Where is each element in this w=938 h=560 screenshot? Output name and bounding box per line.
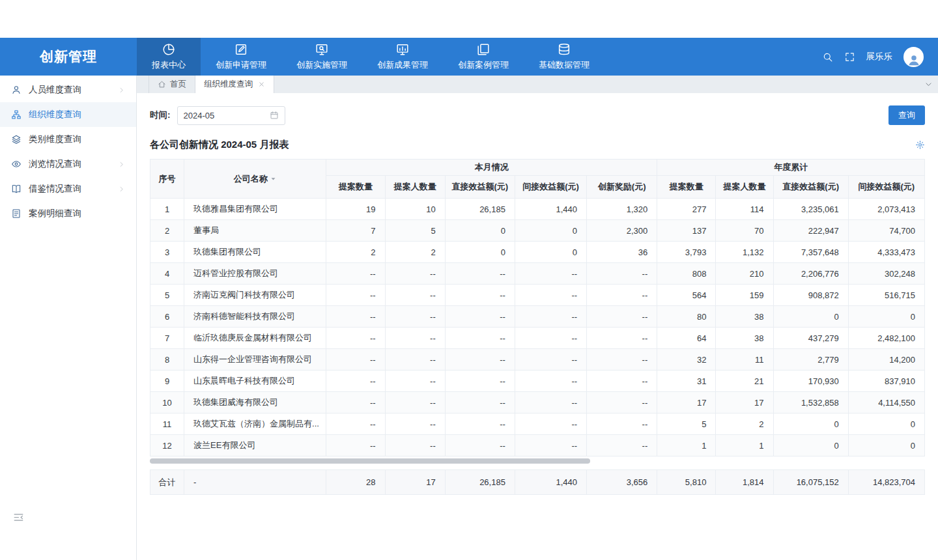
fullscreen-icon[interactable] xyxy=(844,51,855,63)
value-cell: -- xyxy=(385,285,445,306)
chevron-right-icon xyxy=(118,161,125,168)
user-name[interactable]: 展乐乐 xyxy=(866,51,893,63)
main-nav: 报表中心创新申请管理创新实施管理创新成果管理创新案例管理基础数据管理 xyxy=(137,38,604,76)
value-cell: -- xyxy=(385,328,445,349)
table-row: 3玖德集团有限公司2200363,7931,1327,357,6484,333,… xyxy=(150,242,925,263)
app-header: 创新管理 报表中心创新申请管理创新实施管理创新成果管理创新案例管理基础数据管理 … xyxy=(0,38,938,76)
value-cell: 70 xyxy=(716,220,773,242)
sidebar-item-category-query[interactable]: 类别维度查询 xyxy=(0,127,136,152)
value-cell: 2,482,100 xyxy=(848,328,924,349)
value-cell: 837,910 xyxy=(848,371,924,392)
value-cell: -- xyxy=(515,285,586,306)
tab-home[interactable]: 首页 xyxy=(149,76,195,93)
index-cell: 8 xyxy=(150,349,184,371)
value-cell: -- xyxy=(385,349,445,371)
sidebar-item-reference-query[interactable]: 借鉴情况查询 xyxy=(0,176,136,201)
table-row: 11玖德艾瓦兹（济南）金属制品有...----------5200 xyxy=(150,413,925,435)
app-logo: 创新管理 xyxy=(0,38,137,76)
col-header: 直接效益额(元) xyxy=(445,176,515,199)
sidebar-item-person-query[interactable]: 人员维度查询 xyxy=(0,77,136,102)
table-row: 2董事局75002,30013770222,94774,700 xyxy=(150,220,925,242)
search-icon[interactable] xyxy=(822,51,833,63)
sidebar-item-org-query[interactable]: 组织维度查询 xyxy=(0,102,136,127)
pie-chart-icon xyxy=(162,42,176,57)
sidebar-item-case-detail-query[interactable]: 案例明细查询 xyxy=(0,201,136,226)
value-cell: 1,440 xyxy=(515,199,586,220)
value-cell: 808 xyxy=(657,263,716,285)
col-header: 提案数量 xyxy=(657,176,716,199)
company-cell: 玖德雅昌集团有限公司 xyxy=(184,199,326,220)
scrollbar-thumb[interactable] xyxy=(150,458,590,464)
value-cell: 908,872 xyxy=(773,285,848,306)
value-cell: 19 xyxy=(326,199,385,220)
query-button[interactable]: 查询 xyxy=(888,105,925,125)
tab-label: 首页 xyxy=(170,79,186,90)
value-cell: -- xyxy=(445,371,515,392)
value-cell: 302,248 xyxy=(848,263,924,285)
value-cell: 3,235,061 xyxy=(773,199,848,220)
main-content: 时间: 2024-05 查询 各公司创新情况 2024-05 月报表 序号 公司… xyxy=(137,93,938,560)
value-cell: 1,320 xyxy=(587,199,657,220)
col-header: 提案人数量 xyxy=(716,176,773,199)
horizontal-scrollbar[interactable] xyxy=(150,458,925,464)
col-header: 间接效益额(元) xyxy=(515,176,586,199)
value-cell: 80 xyxy=(657,306,716,328)
value-cell: 5,810 xyxy=(657,470,716,495)
company-cell: 波兰EE有限公司 xyxy=(184,435,326,456)
value-cell: 170,930 xyxy=(773,371,848,392)
value-cell: 3,656 xyxy=(587,470,657,495)
index-cell: 12 xyxy=(150,435,184,456)
value-cell: 7,357,648 xyxy=(773,242,848,263)
nav-item-report-center[interactable]: 报表中心 xyxy=(137,38,201,76)
value-cell: 38 xyxy=(716,306,773,328)
calendar-icon xyxy=(270,111,279,120)
index-cell: 2 xyxy=(150,220,184,242)
total-row: 合计-281726,1851,4403,6565,8101,81416,075,… xyxy=(150,470,925,495)
sidebar-item-label: 案例明细查询 xyxy=(29,208,125,219)
nav-item-base-data[interactable]: 基础数据管理 xyxy=(524,38,604,76)
value-cell: 159 xyxy=(716,285,773,306)
value-cell: 64 xyxy=(657,328,716,349)
nav-item-innovation-apply[interactable]: 创新申请管理 xyxy=(201,38,281,76)
value-cell: 21 xyxy=(716,371,773,392)
table-row: 10玖德集团威海有限公司----------17171,532,8584,114… xyxy=(150,392,925,413)
sidebar-collapse-icon[interactable] xyxy=(13,512,24,523)
nav-item-innovation-achievement[interactable]: 创新成果管理 xyxy=(362,38,443,76)
value-cell: -- xyxy=(445,413,515,435)
time-label: 时间: xyxy=(150,109,171,121)
sidebar-item-browse-query[interactable]: 浏览情况查询 xyxy=(0,152,136,176)
tab-org-dimension-query[interactable]: 组织维度查询 xyxy=(195,76,274,93)
sort-caret-icon[interactable] xyxy=(270,175,277,182)
sidebar-item-label: 借鉴情况查询 xyxy=(29,183,118,195)
nav-item-innovation-case[interactable]: 创新案例管理 xyxy=(443,38,524,76)
col-header-company[interactable]: 公司名称 xyxy=(184,160,326,199)
chevron-down-icon[interactable] xyxy=(924,80,933,89)
close-icon[interactable] xyxy=(258,81,265,88)
index-cell: 11 xyxy=(150,413,184,435)
nav-item-innovation-implement[interactable]: 创新实施管理 xyxy=(281,38,362,76)
value-cell: 0 xyxy=(445,242,515,263)
date-input[interactable]: 2024-05 xyxy=(177,106,285,125)
value-cell: -- xyxy=(385,413,445,435)
monitor-search-icon xyxy=(315,42,329,57)
table-row: 6济南科德智能科技有限公司----------803800 xyxy=(150,306,925,328)
value-cell: -- xyxy=(515,263,586,285)
avatar[interactable] xyxy=(903,47,924,67)
value-cell: -- xyxy=(326,371,385,392)
value-cell: 1 xyxy=(657,435,716,456)
value-cell: -- xyxy=(587,349,657,371)
value-cell: 28 xyxy=(326,470,385,495)
sidebar-item-label: 浏览情况查询 xyxy=(29,158,118,170)
header-actions: 展乐乐 xyxy=(822,38,938,76)
sidebar-item-label: 组织维度查询 xyxy=(29,109,125,120)
date-value: 2024-05 xyxy=(184,111,270,120)
value-cell: 5 xyxy=(385,220,445,242)
value-cell: -- xyxy=(385,371,445,392)
nav-item-label: 创新实施管理 xyxy=(296,59,347,71)
gear-icon[interactable] xyxy=(915,140,925,150)
value-cell: -- xyxy=(515,328,586,349)
report-table: 序号 公司名称 本月情况 年度累计 提案数量 提案人数量 直接效益额(元) 间接… xyxy=(150,159,925,456)
value-cell: -- xyxy=(587,435,657,456)
value-cell: -- xyxy=(445,328,515,349)
table-row: 1玖德雅昌集团有限公司191026,1851,4401,3202771143,2… xyxy=(150,199,925,220)
